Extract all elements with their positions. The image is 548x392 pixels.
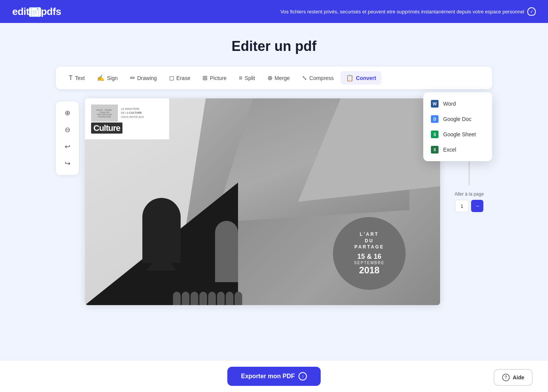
pdf-logo-sub: Liberté · Égalité · FraternitéREPUBLIQUE…: [91, 109, 118, 118]
toolbar: T Text ✍ Sign ✏ Drawing ◻ Erase ⊞ Pictur…: [56, 67, 492, 89]
arch-7: [226, 292, 233, 305]
word-label: Word: [443, 101, 456, 107]
convert-dropdown: W Word D Google Doc S Google Sheet X Exc…: [423, 92, 492, 161]
pdf-ministry-label: LE MINISTÈREDE LA CULTUREVOUS INVITE AUX: [121, 107, 144, 119]
goto-page-arrow-button[interactable]: →: [471, 200, 483, 212]
pdf-canvas: Liberté · Égalité · FraternitéREPUBLIQUE…: [85, 98, 440, 305]
export-pdf-button[interactable]: Exporter mon PDF ↑: [227, 367, 321, 386]
shield-icon: ✓: [527, 7, 536, 16]
upload-icon: ↑: [298, 372, 307, 381]
excel-label: Excel: [443, 147, 456, 153]
tool-erase-label: Erase: [176, 75, 191, 81]
pdf-ministry-text: LE MINISTÈREDE LA CULTUREVOUS INVITE AUX: [121, 107, 144, 119]
tool-sign-button[interactable]: ✍ Sign: [91, 71, 123, 85]
arch-3: [191, 292, 198, 305]
tool-compress-button[interactable]: ⤡ Compress: [297, 71, 339, 85]
tool-text-label: Text: [75, 75, 85, 81]
tool-drawing-label: Drawing: [137, 75, 157, 81]
tool-split-button[interactable]: ≡ Split: [233, 72, 261, 85]
goto-page-area: Aller à la page →: [455, 191, 484, 212]
arch-1: [173, 292, 181, 305]
tool-text-button[interactable]: T Text: [64, 72, 90, 85]
pdf-logo-row: Liberté · Égalité · FraternitéREPUBLIQUE…: [91, 105, 163, 122]
zoom-in-button[interactable]: ⊕: [60, 106, 74, 120]
arch-5: [208, 292, 216, 305]
convert-gsheet-item[interactable]: S Google Sheet: [423, 127, 492, 142]
gdoc-label: Google Doc: [443, 116, 471, 122]
pdf-logo-box: Liberté · Égalité · FraternitéREPUBLIQUE…: [91, 105, 118, 122]
gsheet-icon: S: [431, 131, 439, 138]
word-icon: W: [431, 100, 439, 108]
arch-6: [217, 292, 225, 305]
pdf-arch-row: [173, 292, 242, 305]
pdf-culture-brand: Culture: [91, 123, 163, 133]
header-notice: Vos fichiers restent privés, securisés e…: [281, 7, 536, 16]
page-title: Editer un pdf: [232, 38, 316, 54]
pdf-event-date: 15 & 16: [357, 253, 381, 261]
pdf-culture-box: Culture: [91, 122, 122, 134]
tool-picture-button[interactable]: ⊞ Picture: [197, 71, 232, 85]
arch-8: [235, 292, 242, 305]
tool-sign-label: Sign: [107, 75, 117, 81]
tool-erase-button[interactable]: ◻ Erase: [164, 71, 196, 85]
tool-split-label: Split: [245, 75, 255, 81]
merge-icon: ⊕: [267, 74, 272, 82]
excel-icon: X: [431, 146, 439, 154]
tool-merge-button[interactable]: ⊕ Merge: [262, 71, 295, 85]
pdf-event-month: SEPTEMBRE: [354, 261, 385, 265]
pdf-event-year: 2018: [359, 265, 379, 276]
main-content: Editer un pdf T Text ✍ Sign ✏ Drawing ◻ …: [0, 23, 548, 392]
convert-word-item[interactable]: W Word: [423, 96, 492, 111]
pdf-header-box: Liberté · Égalité · FraternitéREPUBLIQUE…: [85, 98, 169, 139]
pdf-figure: [215, 221, 238, 282]
pdf-page: Liberté · Égalité · FraternitéREPUBLIQUE…: [85, 98, 440, 305]
pdf-event-circle: L'ARTDUPARTAGE 15 & 16 SEPTEMBRE 2018: [333, 217, 406, 290]
zoom-out-button[interactable]: ⊖: [60, 123, 74, 137]
arch-4: [199, 292, 207, 305]
convert-gdoc-item[interactable]: D Google Doc: [423, 111, 492, 127]
logo-icon: 📄: [29, 7, 41, 17]
logo: edit📄pdfs: [12, 6, 61, 18]
compress-icon: ⤡: [302, 74, 307, 82]
goto-page-label: Aller à la page: [455, 191, 484, 197]
goto-page-input[interactable]: [455, 200, 469, 212]
tool-drawing-button[interactable]: ✏ Drawing: [125, 71, 162, 85]
help-label: Aide: [513, 374, 524, 381]
help-button[interactable]: ? Aide: [494, 369, 533, 386]
gdoc-icon: D: [431, 115, 439, 123]
undo-button[interactable]: ↩: [60, 140, 74, 154]
tool-picture-label: Picture: [210, 75, 227, 81]
goto-page-controls: →: [455, 200, 483, 212]
gsheet-label: Google Sheet: [443, 131, 476, 137]
pdf-overlay: Liberté · Égalité · FraternitéREPUBLIQUE…: [85, 98, 440, 305]
sign-icon: ✍: [97, 74, 104, 82]
picture-icon: ⊞: [202, 74, 207, 82]
convert-excel-item[interactable]: X Excel: [423, 142, 492, 157]
redo-button[interactable]: ↪: [60, 157, 74, 170]
split-icon: ≡: [239, 75, 242, 82]
left-tools-panel: ⊕ ⊖ ↩ ↪: [56, 101, 79, 175]
tool-merge-label: Merge: [275, 75, 290, 81]
tool-convert-button[interactable]: 📋 Convert: [341, 71, 382, 85]
text-icon: T: [69, 75, 73, 82]
footer: Exporter mon PDF ↑ ? Aide: [0, 360, 548, 392]
drawing-icon: ✏: [130, 74, 135, 82]
header: edit📄pdfs Vos fichiers restent privés, s…: [0, 0, 548, 23]
tool-compress-label: Compress: [309, 75, 334, 81]
tool-convert-label: Convert: [356, 75, 376, 81]
question-icon: ?: [502, 374, 510, 381]
notice-text: Vos fichiers restent privés, securisés e…: [281, 9, 524, 15]
pdf-event-title: L'ARTDUPARTAGE: [354, 231, 384, 250]
erase-icon: ◻: [169, 74, 174, 82]
convert-icon: 📋: [346, 74, 354, 82]
arch-2: [182, 292, 189, 305]
export-label: Exporter mon PDF: [241, 373, 295, 380]
